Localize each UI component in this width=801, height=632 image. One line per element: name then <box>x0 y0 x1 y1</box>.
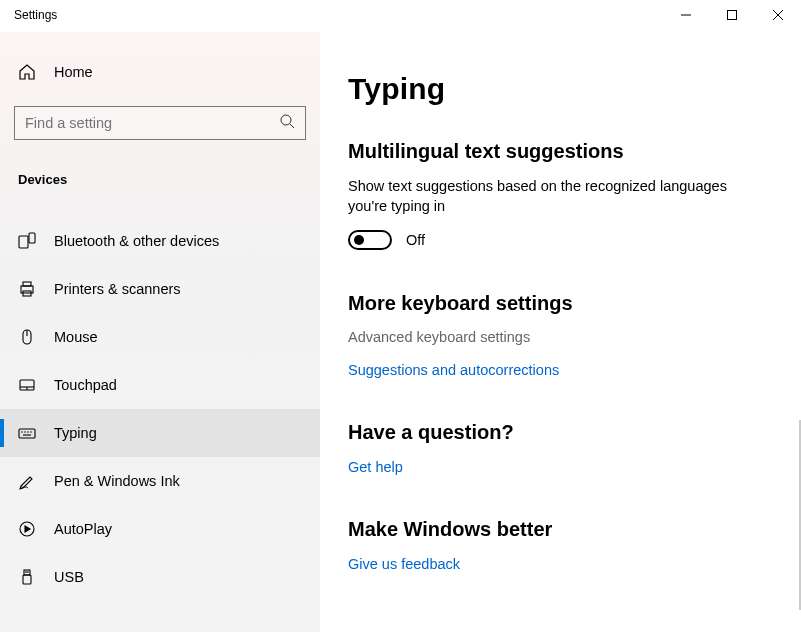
sidebar: Home Devices Bluetooth & other devices <box>0 32 320 632</box>
keyboard-icon <box>18 424 36 442</box>
minimize-button[interactable] <box>663 0 709 30</box>
give-feedback-link[interactable]: Give us feedback <box>348 556 460 572</box>
sidebar-item-mouse[interactable]: Mouse <box>0 313 320 361</box>
mouse-icon <box>18 328 36 346</box>
printer-icon <box>18 280 36 298</box>
sidebar-nav-list: Bluetooth & other devices Printers & sca… <box>0 217 320 601</box>
page-title: Typing <box>348 72 773 106</box>
section-heading: Multilingual text suggestions <box>348 140 773 163</box>
suggestions-link[interactable]: Suggestions and autocorrections <box>348 362 559 378</box>
sidebar-item-label: Pen & Windows Ink <box>54 473 180 489</box>
multilingual-toggle[interactable] <box>348 230 392 250</box>
section-heading: More keyboard settings <box>348 292 773 315</box>
svg-line-6 <box>290 124 294 128</box>
section-heading: Have a question? <box>348 421 773 444</box>
section-feedback: Make Windows better Give us feedback <box>348 518 773 573</box>
window-title: Settings <box>0 0 57 22</box>
sidebar-item-label: Printers & scanners <box>54 281 181 297</box>
maximize-button[interactable] <box>709 0 755 30</box>
sidebar-item-label: USB <box>54 569 84 585</box>
svg-rect-1 <box>728 11 737 20</box>
home-label: Home <box>54 64 93 80</box>
sidebar-item-label: Mouse <box>54 329 98 345</box>
bluetooth-devices-icon <box>18 232 36 250</box>
section-description: Show text suggestions based on the recog… <box>348 177 758 216</box>
home-icon <box>18 63 36 81</box>
search-box[interactable] <box>14 106 306 140</box>
search-icon <box>279 113 295 133</box>
svg-point-4 <box>281 115 291 125</box>
sidebar-item-usb[interactable]: USB <box>0 553 320 601</box>
toggle-state-label: Off <box>406 232 425 248</box>
sidebar-item-autoplay[interactable]: AutoPlay <box>0 505 320 553</box>
sidebar-item-label: Touchpad <box>54 377 117 393</box>
svg-rect-24 <box>24 570 30 575</box>
home-nav[interactable]: Home <box>0 52 320 92</box>
svg-line-5 <box>282 116 290 124</box>
svg-rect-10 <box>23 282 31 286</box>
sidebar-item-label: Typing <box>54 425 97 441</box>
section-multilingual: Multilingual text suggestions Show text … <box>348 140 773 250</box>
sidebar-item-label: Bluetooth & other devices <box>54 233 219 249</box>
autoplay-icon <box>18 520 36 538</box>
sidebar-item-typing[interactable]: Typing <box>0 409 320 457</box>
section-more-keyboard: More keyboard settings Advanced keyboard… <box>348 292 773 379</box>
svg-rect-8 <box>29 233 35 243</box>
sidebar-item-bluetooth[interactable]: Bluetooth & other devices <box>0 217 320 265</box>
usb-icon <box>18 568 36 586</box>
sidebar-item-label: AutoPlay <box>54 521 112 537</box>
svg-rect-7 <box>19 236 28 248</box>
sidebar-item-pen[interactable]: Pen & Windows Ink <box>0 457 320 505</box>
search-input[interactable] <box>25 115 279 131</box>
advanced-keyboard-link[interactable]: Advanced keyboard settings <box>348 329 773 345</box>
touchpad-icon <box>18 376 36 394</box>
svg-rect-25 <box>23 575 31 584</box>
sidebar-item-touchpad[interactable]: Touchpad <box>0 361 320 409</box>
svg-rect-17 <box>19 429 35 438</box>
section-question: Have a question? Get help <box>348 421 773 476</box>
titlebar: Settings <box>0 0 801 32</box>
section-heading: Make Windows better <box>348 518 773 541</box>
pen-icon <box>18 472 36 490</box>
close-button[interactable] <box>755 0 801 30</box>
get-help-link[interactable]: Get help <box>348 459 403 475</box>
content-pane: Typing Multilingual text suggestions Sho… <box>320 32 801 632</box>
sidebar-group-header: Devices <box>0 154 320 197</box>
sidebar-item-printers[interactable]: Printers & scanners <box>0 265 320 313</box>
